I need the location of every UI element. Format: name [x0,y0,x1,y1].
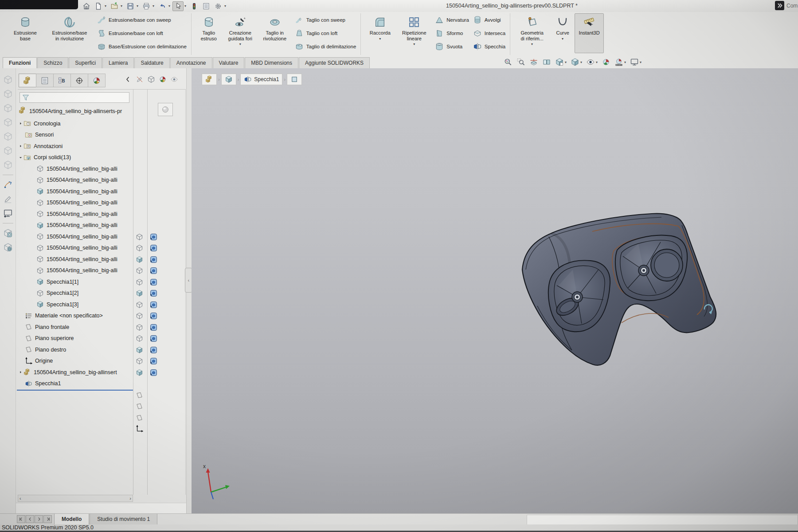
tab-schizzo[interactable]: Schizzo [37,57,68,68]
tree-item-corpi-solidi-13-3[interactable]: Corpi solidi(13) [16,152,133,164]
ghost-cube-1-button[interactable] [1,73,15,87]
tab-aggiunte-solidworks[interactable]: Aggiunte SOLIDWORKS [299,57,370,68]
new-document-button[interactable] [93,1,104,11]
dropdown-caret[interactable]: ▾ [565,60,567,64]
tree-item-annotazioni-2[interactable]: AAnnotazioni [16,141,133,152]
hide-tree-button[interactable] [170,75,178,85]
origin-state-icon[interactable] [135,425,144,434]
section-view-button[interactable] [529,58,538,66]
cube-solid-state-icon[interactable] [135,289,144,298]
edit-appearance-button[interactable] [602,58,610,66]
avvolgi-button[interactable]: Avvolgi [472,13,507,27]
tree-item-150504arting-sellino-big-alli-7[interactable]: 150504Arting_sellino_big-alli [16,197,133,209]
tab-funzioni[interactable]: Funzioni [3,57,37,68]
interseca-button[interactable]: Interseca [472,27,507,40]
dropdown-caret[interactable]: ▾ [239,42,241,46]
display-state-icon[interactable] [149,289,158,298]
hide-show-items-button[interactable]: ▾ [586,58,598,66]
dropdown-caret[interactable]: ▾ [562,37,563,41]
dropdown-caret[interactable]: ▾ [137,4,138,8]
taglio-di-delimitazione-button[interactable]: Taglio di delimitazione [293,40,358,53]
copy-b-button[interactable] [1,240,15,254]
model-3d[interactable] [505,194,736,385]
tab-superfici[interactable]: Superfici [69,57,102,68]
display-state-icon[interactable] [149,300,158,309]
ghost-cube-5-button[interactable] [1,129,15,144]
breadcrumb-part[interactable] [202,74,217,85]
undo-button[interactable] [156,1,168,11]
model-tab-modello[interactable]: Modello [54,514,89,525]
options-list-button[interactable] [200,1,211,11]
display-state-icon[interactable] [149,266,158,275]
estrusione-base-con-loft-button[interactable]: Estrusione/base con loft [96,27,188,40]
tree-item-piano-frontale-18[interactable]: Piano frontale [16,321,133,333]
display-state-icon[interactable] [149,255,158,264]
breadcrumb-body[interactable] [221,74,236,85]
tree-item-origine-21[interactable]: Origine [16,356,133,367]
nervatura-button[interactable]: Nervatura [434,13,470,27]
search-expand-icon[interactable] [775,1,784,10]
ripetizione-lineare-button[interactable]: Ripetizione lineare▾ [396,13,432,53]
rebuild-button[interactable] [188,1,200,11]
ghost-cube-4-button[interactable] [1,115,15,129]
dropdown-caret[interactable]: ▾ [224,4,226,8]
display-state-icon[interactable] [149,368,158,377]
taglio-con-loft-button[interactable]: Taglio con loft [293,27,358,40]
plane-state-icon[interactable] [135,391,144,399]
tab-mbd-dimensions[interactable]: MBD Dimensions [245,57,298,68]
cube-wire-state-icon[interactable] [135,232,144,241]
tree-item-sensori-1[interactable]: Sensori [16,129,133,141]
tree-item-150504arting-sellino-big-alli-10[interactable]: 150504Arting_sellino_big-alli [16,231,133,243]
tab-lamiera[interactable]: Lamiera [102,57,134,68]
tree-item-cronologia-0[interactable]: Cronologia [16,118,133,129]
display-state-icon[interactable] [149,278,158,286]
ghost-cube-3-button[interactable] [1,101,15,115]
taglio-con-sweep-button[interactable]: Taglio con sweep [293,13,358,27]
plane-state-icon[interactable] [135,413,144,422]
expander-right-icon[interactable] [18,121,23,125]
edit-gray-button[interactable] [1,192,15,206]
dropdown-caret[interactable]: ▾ [624,60,626,64]
tree-item-specchia1-2-15[interactable]: Specchia1[2] [16,288,133,299]
dropdown-caret[interactable]: ▾ [105,4,106,8]
tree-item-specchia1-23[interactable]: Specchia1 [16,378,133,390]
ghost-cube-2-button[interactable] [1,87,15,101]
nav-last-button[interactable] [43,515,52,523]
specchia-button[interactable]: Specchia [472,40,507,53]
cube-solid-state-icon[interactable] [135,368,144,377]
dropdown-caret[interactable]: ▾ [413,42,415,46]
tree-item-150504arting-sellino-big-alli-6[interactable]: 150504Arting_sellino_big-alli [16,186,133,197]
display-style-button[interactable]: ▾ [571,58,582,66]
dropdown-caret[interactable]: ▾ [596,60,598,64]
expander-down-icon[interactable] [18,156,23,160]
expander-right-icon[interactable] [18,144,23,148]
appearance-sphere-button[interactable] [158,103,173,116]
dropdown-caret[interactable]: ▾ [168,4,170,8]
taglio-estruso-button[interactable]: Taglio estruso [195,13,223,53]
zoom-fit-button[interactable] [504,58,512,66]
raccorda-button[interactable]: Raccorda▾ [364,13,396,53]
tree-item-150504arting-sellino-big-alli-12[interactable]: 150504Arting_sellino_big-alli [16,254,133,265]
sketch-color-button[interactable] [1,178,15,192]
estrusione-base-con-sweep-button[interactable]: Estrusione/base con sweep [96,13,188,27]
dropdown-caret[interactable]: ▾ [184,4,186,8]
ghost-cube-6-button[interactable] [1,144,15,158]
tab-annotazione[interactable]: Annotazione [170,57,212,68]
estrusione-base-in-rivoluzione-button[interactable]: Estrusione/base in rivoluzione [45,13,94,53]
cube-wire-state-icon[interactable] [135,266,144,275]
dropdown-caret[interactable]: ▾ [580,60,582,64]
estrusione-base-button[interactable]: Estrusione base [6,13,45,53]
tree-item-150504arting-sellino-big-alli-9[interactable]: 150504Arting_sellino_big-alli [16,220,133,231]
display-state-icon[interactable] [149,323,158,332]
tree-item-specchia1-1-14[interactable]: Specchia1[1] [16,276,133,288]
geometria-di-riferim-button[interactable]: Geometria di riferim...▾ [513,13,551,53]
nav-next-button[interactable] [35,515,43,523]
tree-item-150504arting-sellino-big-alli-4[interactable]: 150504Arting_sellino_big-alli [16,163,133,175]
tree-item-150504arting-sellino-big-alli-5[interactable]: 150504Arting_sellino_big-alli [16,175,133,186]
cube-wire-state-icon[interactable] [135,357,144,366]
print-button[interactable] [141,1,152,11]
cube-wire-state-icon[interactable] [135,323,144,332]
dropdown-caret[interactable]: ▾ [121,4,122,8]
tree-horizontal-scrollbar[interactable]: ‹ › [18,495,133,502]
copy-a-button[interactable] [1,226,15,240]
